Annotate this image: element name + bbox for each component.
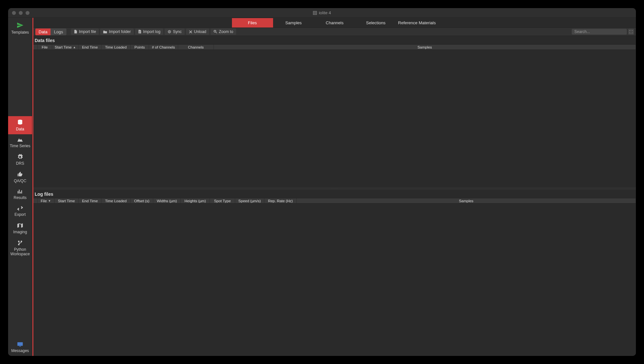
th-spot-type[interactable]: Spot Type	[210, 198, 235, 203]
database-icon	[17, 119, 23, 126]
horizontal-splitter[interactable]: ······	[33, 187, 636, 190]
minimize-window-button[interactable]	[19, 11, 23, 15]
button-label: Unload	[194, 29, 206, 34]
paper-plane-icon	[17, 22, 24, 29]
unload-button[interactable]: Unload	[186, 28, 209, 35]
sidebar-item-label: Export	[15, 212, 26, 217]
import-log-button[interactable]: Import log	[135, 28, 163, 35]
th-offset[interactable]: Offset (s)	[131, 198, 153, 203]
sidebar: Templates Data Time Series DRS	[8, 18, 32, 356]
sidebar-item-label-line1: Python	[14, 247, 26, 252]
close-window-button[interactable]	[12, 11, 16, 15]
th-spacer	[33, 45, 38, 50]
expand-search-button[interactable]: ⛶	[628, 29, 634, 35]
data-files-section-title: Data files	[33, 36, 636, 44]
th-file[interactable]: File	[38, 45, 52, 50]
th-spacer	[33, 198, 38, 203]
search-placeholder: Search...	[574, 29, 590, 34]
sidebar-item-drs[interactable]: DRS	[8, 151, 32, 169]
button-label: Zoom to	[219, 29, 233, 34]
svg-point-4	[169, 31, 170, 32]
th-num-channels[interactable]: # of Channels	[149, 45, 178, 50]
sidebar-item-label: QA/QC	[14, 179, 27, 183]
th-file[interactable]: File ▼	[38, 198, 54, 203]
mode-data-toggle[interactable]: Data	[35, 28, 51, 35]
th-label: Start Time	[55, 45, 72, 49]
th-end-time[interactable]: End Time	[79, 198, 101, 203]
th-time-loaded[interactable]: Time Loaded	[101, 198, 131, 203]
th-end-time[interactable]: End Time	[79, 45, 101, 50]
button-label: Import folder	[109, 29, 131, 34]
file-icon	[74, 30, 77, 34]
th-start-time[interactable]: Start Time ▲	[52, 45, 79, 50]
th-time-loaded[interactable]: Time Loaded	[101, 45, 131, 50]
svg-point-0	[18, 120, 22, 121]
sidebar-spacer-top	[8, 39, 32, 116]
th-samples[interactable]: Samples	[214, 45, 636, 50]
sidebar-item-label: Templates	[11, 30, 29, 35]
window-controls	[12, 11, 29, 15]
th-points[interactable]: Points	[131, 45, 149, 50]
document-icon	[313, 11, 317, 15]
tab-channels[interactable]: Channels	[314, 18, 355, 28]
svg-point-5	[214, 30, 216, 32]
sidebar-item-timeseries[interactable]: Time Series	[8, 134, 32, 151]
exchange-icon	[17, 206, 23, 211]
th-speed[interactable]: Speed (µm/s)	[235, 198, 264, 203]
app-window: iolite 4 Templates Data T	[8, 8, 636, 356]
folder-icon	[103, 30, 107, 34]
sidebar-item-python-workspace[interactable]: Python Workspace	[8, 237, 32, 259]
data-files-table-body	[33, 50, 636, 187]
svg-rect-1	[17, 342, 23, 346]
sidebar-item-results[interactable]: Results	[8, 186, 32, 203]
main-area: Templates Data Time Series DRS	[8, 18, 636, 356]
sidebar-item-label: Time Series	[10, 144, 30, 148]
log-files-section-title: Log files	[33, 190, 636, 198]
tab-selections[interactable]: Selections	[355, 18, 397, 28]
sidebar-item-messages[interactable]: Messages	[8, 339, 32, 356]
zoom-to-button[interactable]: Zoom to	[211, 28, 236, 35]
mode-logs-toggle[interactable]: Logs	[51, 28, 66, 35]
sync-button[interactable]: Sync	[165, 28, 185, 35]
log-files-table-body	[33, 204, 636, 356]
tab-reference-materials[interactable]: Reference Materials	[397, 18, 438, 28]
sidebar-item-label: DRS	[16, 161, 24, 166]
log-files-table-header: File ▼ Start Time End Time Time Loaded O…	[33, 198, 636, 204]
th-label: File	[41, 199, 47, 203]
sidebar-item-export[interactable]: Export	[8, 203, 32, 220]
thumbs-up-icon	[17, 171, 23, 177]
titlebar: iolite 4	[8, 8, 636, 18]
sidebar-item-data[interactable]: Data	[8, 116, 32, 134]
search-input[interactable]: Search...	[572, 29, 627, 35]
tab-files[interactable]: Files	[232, 18, 273, 28]
import-file-button[interactable]: Import file	[71, 28, 99, 35]
th-rep-rate[interactable]: Rep. Rate (Hz)	[264, 198, 297, 203]
sidebar-item-label-line2: Workspace	[10, 252, 30, 256]
th-channels[interactable]: Channels	[178, 45, 214, 50]
sidebar-item-imaging[interactable]: Imaging	[8, 220, 32, 237]
top-tabs: Files Samples Channels Selections Refere…	[33, 18, 636, 28]
sidebar-item-label: Data	[16, 127, 24, 131]
tab-samples[interactable]: Samples	[273, 18, 314, 28]
th-heights[interactable]: Heights (µm)	[181, 198, 210, 203]
gear-icon	[17, 154, 23, 160]
svg-rect-2	[19, 346, 21, 347]
sidebar-item-qaqc[interactable]: QA/QC	[8, 169, 32, 186]
data-files-table: File Start Time ▲ End Time Time Loaded P…	[33, 44, 636, 187]
map-icon	[17, 223, 23, 228]
sidebar-item-templates[interactable]: Templates	[8, 18, 32, 39]
sort-descending-icon: ▼	[48, 199, 51, 203]
mode-toggle-group: Data Logs	[35, 28, 66, 35]
area-chart-icon	[17, 137, 23, 142]
content-area: Files Samples Channels Selections Refere…	[33, 18, 636, 356]
th-start-time[interactable]: Start Time	[54, 198, 79, 203]
import-folder-button[interactable]: Import folder	[100, 28, 133, 35]
toolbar: Data Logs Import file Import folder	[33, 28, 636, 36]
sidebar-item-label: Results	[14, 195, 27, 200]
th-widths[interactable]: Widths (µm)	[153, 198, 181, 203]
th-samples[interactable]: Samples	[297, 198, 636, 203]
search-icon	[213, 30, 217, 34]
button-label: Import log	[143, 29, 160, 34]
zoom-window-button[interactable]	[26, 11, 29, 15]
bar-chart-icon	[17, 189, 23, 194]
